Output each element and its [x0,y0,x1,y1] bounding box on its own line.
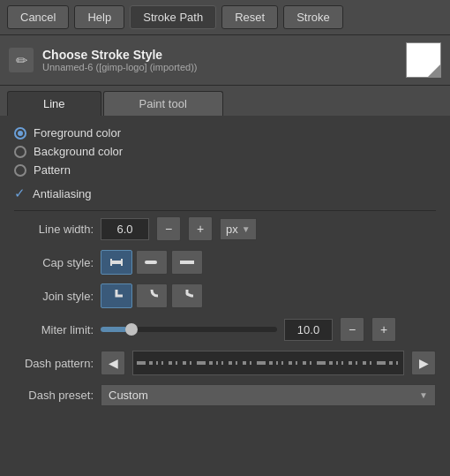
dash-pattern-row: Dash pattern: ◀ ▶ [14,351,436,375]
stroke-path-button[interactable]: Stroke Path [130,5,216,29]
unit-dropdown[interactable]: px ▼ [220,218,257,240]
radio-background-label: Background color [34,145,123,158]
check-icon: ✓ [14,185,26,201]
main-toolbar: Cancel Help Stroke Path Reset Stroke [0,0,450,35]
antialiasing-label: Antialiasing [33,187,92,200]
dash-preset-dropdown[interactable]: Custom ▼ [101,384,436,406]
dialog-subtitle: Unnamed-6 ([gimp-logo] (imported)) [42,62,397,72]
dash-track [137,361,400,365]
svg-rect-6 [180,261,194,264]
help-button[interactable]: Help [74,5,124,29]
radio-pattern-label: Pattern [34,163,71,177]
dialog-title: Choose Stroke Style [42,48,397,62]
dash-preset-label: Dash preset: [14,389,94,402]
join-round-button[interactable] [136,283,168,308]
line-width-minus-button[interactable]: − [156,216,181,241]
stroke-button[interactable]: Stroke [283,5,343,29]
slider-fill [101,327,127,332]
line-width-row: Line width: − + px ▼ [14,216,436,241]
dash-pattern-display [132,351,404,375]
join-bevel-button[interactable] [171,283,203,308]
dash-pattern-label: Dash pattern: [14,357,94,370]
cap-style-label: Cap style: [14,256,94,269]
line-settings-panel: Foreground color Background color Patter… [0,116,450,426]
radio-pattern-circle [14,164,26,177]
reset-button[interactable]: Reset [221,5,278,29]
tab-paint-tool[interactable]: Paint tool [103,91,223,116]
miter-minus-button[interactable]: − [340,317,364,342]
line-width-label: Line width: [14,223,94,236]
unit-dropdown-arrow: ▼ [242,224,251,234]
color-source-group: Foreground color Background color Patter… [14,126,436,177]
slider-thumb[interactable] [125,323,138,336]
dash-preset-value: Custom [109,389,148,402]
svg-point-4 [154,261,157,264]
tab-bar: Line Paint tool [0,86,450,116]
radio-pattern[interactable]: Pattern [14,163,436,177]
radio-foreground-label: Foreground color [34,126,121,140]
radio-background[interactable]: Background color [14,145,436,158]
cap-round-button[interactable] [136,250,168,275]
radio-background-circle [14,146,26,158]
tab-line[interactable]: Line [7,91,101,116]
miter-limit-row: Miter limit: − + [14,317,436,342]
dropdown-arrow-icon: ▼ [419,390,428,400]
divider-1 [14,210,436,211]
miter-limit-label: Miter limit: [14,323,94,336]
join-style-label: Join style: [14,290,94,303]
dash-right-button[interactable]: ▶ [411,351,436,375]
unit-value: px [226,223,238,236]
cap-square-button[interactable] [171,250,203,275]
cancel-button[interactable]: Cancel [7,5,69,29]
join-miter-button[interactable] [101,283,132,308]
join-style-row: Join style: [14,283,436,308]
svg-rect-0 [111,261,122,264]
antialiasing-checkbox[interactable]: ✓ Antialiasing [14,185,436,201]
radio-foreground[interactable]: Foreground color [14,126,436,140]
miter-plus-button[interactable]: + [371,317,396,342]
dialog-header: ✏ Choose Stroke Style Unnamed-6 ([gimp-l… [0,35,450,86]
line-width-input[interactable] [101,218,149,240]
line-width-plus-button[interactable]: + [188,216,213,241]
join-style-buttons [101,283,203,308]
radio-foreground-circle [14,127,26,140]
miter-limit-slider[interactable] [101,327,277,332]
preview-thumbnail [406,42,441,78]
cap-style-buttons [101,250,203,275]
header-text-group: Choose Stroke Style Unnamed-6 ([gimp-log… [42,48,397,72]
cap-style-row: Cap style: [14,250,436,275]
dash-preset-row: Dash preset: Custom ▼ [14,384,436,406]
svg-point-5 [145,261,148,264]
dialog-icon: ✏ [9,48,34,72]
miter-limit-input[interactable] [284,319,333,341]
dash-left-button[interactable]: ◀ [101,351,125,375]
cap-butt-button[interactable] [101,250,132,275]
